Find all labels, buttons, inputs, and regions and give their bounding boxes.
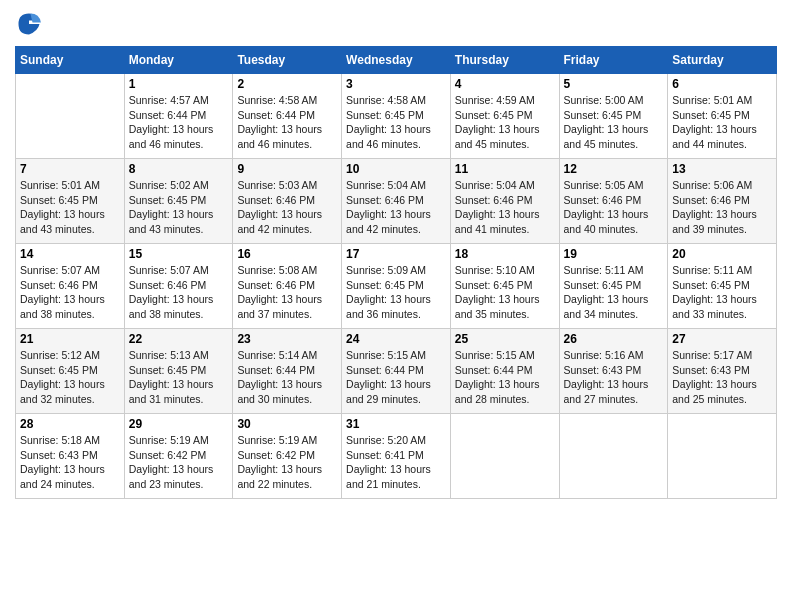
day-info: Sunrise: 5:13 AM Sunset: 6:45 PM Dayligh… (129, 348, 229, 407)
day-info: Sunrise: 4:58 AM Sunset: 6:45 PM Dayligh… (346, 93, 446, 152)
calendar-cell: 30Sunrise: 5:19 AM Sunset: 6:42 PM Dayli… (233, 414, 342, 499)
calendar-cell: 29Sunrise: 5:19 AM Sunset: 6:42 PM Dayli… (124, 414, 233, 499)
calendar-cell: 23Sunrise: 5:14 AM Sunset: 6:44 PM Dayli… (233, 329, 342, 414)
day-number: 6 (672, 77, 772, 91)
day-info: Sunrise: 5:04 AM Sunset: 6:46 PM Dayligh… (455, 178, 555, 237)
day-number: 31 (346, 417, 446, 431)
weekday-header: Monday (124, 47, 233, 74)
weekday-header: Friday (559, 47, 668, 74)
calendar-week-row: 1Sunrise: 4:57 AM Sunset: 6:44 PM Daylig… (16, 74, 777, 159)
calendar-cell: 25Sunrise: 5:15 AM Sunset: 6:44 PM Dayli… (450, 329, 559, 414)
calendar-cell: 15Sunrise: 5:07 AM Sunset: 6:46 PM Dayli… (124, 244, 233, 329)
calendar-week-row: 14Sunrise: 5:07 AM Sunset: 6:46 PM Dayli… (16, 244, 777, 329)
calendar-cell: 3Sunrise: 4:58 AM Sunset: 6:45 PM Daylig… (342, 74, 451, 159)
logo (15, 10, 47, 38)
day-number: 8 (129, 162, 229, 176)
calendar-cell: 5Sunrise: 5:00 AM Sunset: 6:45 PM Daylig… (559, 74, 668, 159)
calendar-week-row: 21Sunrise: 5:12 AM Sunset: 6:45 PM Dayli… (16, 329, 777, 414)
day-info: Sunrise: 5:05 AM Sunset: 6:46 PM Dayligh… (564, 178, 664, 237)
day-number: 5 (564, 77, 664, 91)
day-info: Sunrise: 5:02 AM Sunset: 6:45 PM Dayligh… (129, 178, 229, 237)
day-number: 7 (20, 162, 120, 176)
day-number: 20 (672, 247, 772, 261)
day-info: Sunrise: 5:09 AM Sunset: 6:45 PM Dayligh… (346, 263, 446, 322)
day-info: Sunrise: 5:01 AM Sunset: 6:45 PM Dayligh… (20, 178, 120, 237)
day-number: 24 (346, 332, 446, 346)
calendar-cell: 14Sunrise: 5:07 AM Sunset: 6:46 PM Dayli… (16, 244, 125, 329)
day-number: 23 (237, 332, 337, 346)
calendar-cell: 2Sunrise: 4:58 AM Sunset: 6:44 PM Daylig… (233, 74, 342, 159)
day-info: Sunrise: 5:18 AM Sunset: 6:43 PM Dayligh… (20, 433, 120, 492)
day-info: Sunrise: 5:19 AM Sunset: 6:42 PM Dayligh… (237, 433, 337, 492)
calendar-cell (559, 414, 668, 499)
calendar-table: SundayMondayTuesdayWednesdayThursdayFrid… (15, 46, 777, 499)
day-number: 1 (129, 77, 229, 91)
day-info: Sunrise: 5:17 AM Sunset: 6:43 PM Dayligh… (672, 348, 772, 407)
day-number: 27 (672, 332, 772, 346)
day-info: Sunrise: 5:11 AM Sunset: 6:45 PM Dayligh… (564, 263, 664, 322)
day-info: Sunrise: 5:15 AM Sunset: 6:44 PM Dayligh… (346, 348, 446, 407)
day-number: 13 (672, 162, 772, 176)
day-number: 29 (129, 417, 229, 431)
day-info: Sunrise: 5:07 AM Sunset: 6:46 PM Dayligh… (20, 263, 120, 322)
calendar-cell: 4Sunrise: 4:59 AM Sunset: 6:45 PM Daylig… (450, 74, 559, 159)
calendar-cell: 20Sunrise: 5:11 AM Sunset: 6:45 PM Dayli… (668, 244, 777, 329)
day-number: 4 (455, 77, 555, 91)
day-info: Sunrise: 5:08 AM Sunset: 6:46 PM Dayligh… (237, 263, 337, 322)
day-number: 26 (564, 332, 664, 346)
calendar-week-row: 28Sunrise: 5:18 AM Sunset: 6:43 PM Dayli… (16, 414, 777, 499)
page-header (15, 10, 777, 38)
calendar-cell: 21Sunrise: 5:12 AM Sunset: 6:45 PM Dayli… (16, 329, 125, 414)
day-number: 9 (237, 162, 337, 176)
calendar-cell: 22Sunrise: 5:13 AM Sunset: 6:45 PM Dayli… (124, 329, 233, 414)
calendar-cell: 26Sunrise: 5:16 AM Sunset: 6:43 PM Dayli… (559, 329, 668, 414)
calendar-cell: 10Sunrise: 5:04 AM Sunset: 6:46 PM Dayli… (342, 159, 451, 244)
calendar-cell (16, 74, 125, 159)
calendar-cell: 31Sunrise: 5:20 AM Sunset: 6:41 PM Dayli… (342, 414, 451, 499)
day-info: Sunrise: 5:06 AM Sunset: 6:46 PM Dayligh… (672, 178, 772, 237)
day-info: Sunrise: 5:14 AM Sunset: 6:44 PM Dayligh… (237, 348, 337, 407)
day-number: 28 (20, 417, 120, 431)
day-number: 14 (20, 247, 120, 261)
calendar-cell: 8Sunrise: 5:02 AM Sunset: 6:45 PM Daylig… (124, 159, 233, 244)
day-info: Sunrise: 5:11 AM Sunset: 6:45 PM Dayligh… (672, 263, 772, 322)
day-number: 15 (129, 247, 229, 261)
calendar-cell: 28Sunrise: 5:18 AM Sunset: 6:43 PM Dayli… (16, 414, 125, 499)
day-number: 2 (237, 77, 337, 91)
day-number: 22 (129, 332, 229, 346)
day-info: Sunrise: 5:01 AM Sunset: 6:45 PM Dayligh… (672, 93, 772, 152)
day-info: Sunrise: 5:16 AM Sunset: 6:43 PM Dayligh… (564, 348, 664, 407)
day-number: 10 (346, 162, 446, 176)
day-number: 3 (346, 77, 446, 91)
day-info: Sunrise: 5:07 AM Sunset: 6:46 PM Dayligh… (129, 263, 229, 322)
calendar-cell: 17Sunrise: 5:09 AM Sunset: 6:45 PM Dayli… (342, 244, 451, 329)
calendar-cell (450, 414, 559, 499)
logo-icon (15, 10, 43, 38)
day-number: 16 (237, 247, 337, 261)
day-info: Sunrise: 5:19 AM Sunset: 6:42 PM Dayligh… (129, 433, 229, 492)
day-number: 30 (237, 417, 337, 431)
day-number: 18 (455, 247, 555, 261)
calendar-cell: 11Sunrise: 5:04 AM Sunset: 6:46 PM Dayli… (450, 159, 559, 244)
day-info: Sunrise: 5:00 AM Sunset: 6:45 PM Dayligh… (564, 93, 664, 152)
calendar-cell: 9Sunrise: 5:03 AM Sunset: 6:46 PM Daylig… (233, 159, 342, 244)
day-info: Sunrise: 5:15 AM Sunset: 6:44 PM Dayligh… (455, 348, 555, 407)
day-info: Sunrise: 5:10 AM Sunset: 6:45 PM Dayligh… (455, 263, 555, 322)
day-number: 12 (564, 162, 664, 176)
calendar-cell: 19Sunrise: 5:11 AM Sunset: 6:45 PM Dayli… (559, 244, 668, 329)
day-info: Sunrise: 4:58 AM Sunset: 6:44 PM Dayligh… (237, 93, 337, 152)
calendar-cell: 18Sunrise: 5:10 AM Sunset: 6:45 PM Dayli… (450, 244, 559, 329)
calendar-cell: 16Sunrise: 5:08 AM Sunset: 6:46 PM Dayli… (233, 244, 342, 329)
day-info: Sunrise: 5:03 AM Sunset: 6:46 PM Dayligh… (237, 178, 337, 237)
day-number: 19 (564, 247, 664, 261)
weekday-header: Tuesday (233, 47, 342, 74)
day-info: Sunrise: 5:04 AM Sunset: 6:46 PM Dayligh… (346, 178, 446, 237)
weekday-header: Sunday (16, 47, 125, 74)
calendar-cell: 12Sunrise: 5:05 AM Sunset: 6:46 PM Dayli… (559, 159, 668, 244)
day-number: 11 (455, 162, 555, 176)
weekday-header-row: SundayMondayTuesdayWednesdayThursdayFrid… (16, 47, 777, 74)
calendar-week-row: 7Sunrise: 5:01 AM Sunset: 6:45 PM Daylig… (16, 159, 777, 244)
day-info: Sunrise: 4:59 AM Sunset: 6:45 PM Dayligh… (455, 93, 555, 152)
day-number: 25 (455, 332, 555, 346)
day-info: Sunrise: 5:20 AM Sunset: 6:41 PM Dayligh… (346, 433, 446, 492)
